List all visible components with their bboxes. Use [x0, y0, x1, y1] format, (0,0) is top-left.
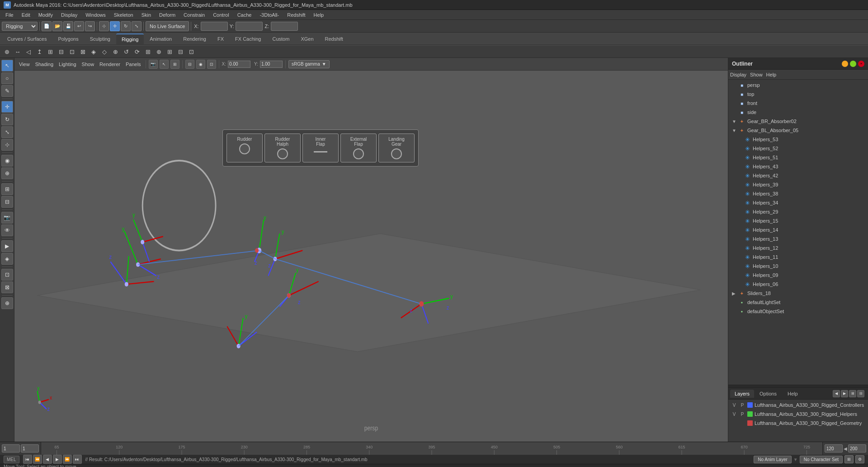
vp-menu-shading[interactable]: Shading — [33, 61, 55, 68]
layer-geometry[interactable]: Lufthansa_Airbus_A330_300_Rigged_Geometr… — [728, 419, 868, 428]
layers-tab-help[interactable]: Help — [784, 390, 802, 398]
outliner-item-helpers-42[interactable]: ✳ Helpers_42 — [728, 171, 868, 180]
vp-texture-btn[interactable]: ⊡ — [207, 60, 216, 69]
outliner-item-sliders-18[interactable]: ▶ + Sliders_18 — [728, 289, 868, 298]
outliner-item-side[interactable]: ■ side — [728, 108, 868, 117]
outliner-item-helpers-53[interactable]: ✳ Helpers_53 — [728, 135, 868, 144]
ipr-btn[interactable]: ◈ — [1, 253, 13, 265]
goto-end-btn[interactable]: ⏭ — [73, 455, 82, 464]
end-frame-input[interactable] — [825, 444, 843, 453]
tab-animation[interactable]: Animation — [144, 33, 177, 44]
shelf-icon-9[interactable]: ◈ — [89, 47, 99, 57]
paint-tool-btn[interactable]: ✎ — [1, 85, 13, 97]
vp-smooth-btn[interactable]: ◉ — [196, 60, 205, 69]
select-tool-btn[interactable]: ↖ — [1, 60, 13, 71]
shelf-icon-5[interactable]: ⊞ — [45, 47, 55, 57]
max-frame-input[interactable] — [848, 444, 866, 453]
script-lang-indicator[interactable]: MEL — [4, 456, 19, 463]
outliner-item-helpers-51[interactable]: ✳ Helpers_51 — [728, 153, 868, 162]
undo-btn[interactable]: ↩ — [74, 21, 84, 31]
outliner-item-helpers-15[interactable]: ✳ Helpers_15 — [728, 216, 868, 225]
layers-prev-btn[interactable]: ◀ — [833, 390, 840, 397]
tab-curves-surfaces[interactable]: Curves / Surfaces — [2, 33, 52, 44]
rotate-tool-btn[interactable]: ↻ — [1, 114, 13, 125]
menu-cache[interactable]: Cache — [234, 11, 255, 19]
menu-skeleton[interactable]: Skeleton — [110, 11, 137, 19]
tab-custom[interactable]: Custom — [267, 33, 295, 44]
ctrl-rudder-knob[interactable] — [239, 143, 250, 154]
outliner-item-helpers-06[interactable]: ✳ Helpers_06 — [728, 280, 868, 289]
shelf-icon-1[interactable]: ⊕ — [2, 47, 12, 57]
layers-next-btn[interactable]: ▶ — [841, 390, 848, 397]
ctrl-inner-flap[interactable]: InnerFlap — [302, 133, 339, 162]
shelf-icon-11[interactable]: ⊕ — [110, 47, 120, 57]
outliner-item-helpers-10[interactable]: ✳ Helpers_10 — [728, 262, 868, 271]
tab-polygons[interactable]: Polygons — [52, 33, 84, 44]
menu-file[interactable]: File — [2, 11, 17, 19]
camera-btn[interactable]: 📷 — [1, 212, 13, 224]
sculpt-btn[interactable]: ⊕ — [1, 167, 13, 179]
layers-collapse-btn[interactable]: ⊟ — [857, 390, 864, 397]
shelf-icon-4[interactable]: ↥ — [34, 47, 44, 57]
ctrl-rudder-halph[interactable]: RudderHalph — [264, 133, 301, 162]
viewport-canvas[interactable]: y z z — [14, 71, 728, 442]
tab-fx-caching[interactable]: FX Caching — [230, 33, 266, 44]
vp-camera-btn[interactable]: 📷 — [149, 60, 158, 69]
shelf-icon-10[interactable]: ◇ — [99, 47, 109, 57]
outliner-content[interactable]: ■ persp ■ top ■ front ■ side ▼ + Gear — [728, 80, 868, 385]
start-frame-input[interactable] — [2, 444, 20, 453]
outliner-menu-show[interactable]: Show — [750, 72, 763, 77]
vp-menu-show[interactable]: Show — [80, 61, 96, 68]
shelf-icon-14[interactable]: ⊞ — [143, 47, 153, 57]
shelf-icon-7[interactable]: ⊡ — [67, 47, 77, 57]
outliner-item-helpers-34[interactable]: ✳ Helpers_34 — [728, 198, 868, 207]
outliner-item-helpers-11[interactable]: ✳ Helpers_11 — [728, 253, 868, 262]
open-btn[interactable]: 📂 — [52, 21, 62, 31]
outliner-item-helpers-14[interactable]: ✳ Helpers_14 — [728, 225, 868, 234]
menu-display[interactable]: Display — [57, 11, 81, 19]
menu-modify[interactable]: Modify — [35, 11, 57, 19]
outliner-item-helpers-52[interactable]: ✳ Helpers_52 — [728, 144, 868, 153]
hypershade-btn[interactable]: ⊠ — [1, 281, 13, 293]
vp-select-btn[interactable]: ↖ — [160, 60, 169, 69]
gamma-selector[interactable]: sRGB gamma ▼ — [288, 60, 330, 68]
current-frame-input[interactable] — [21, 444, 39, 453]
layers-tab-options[interactable]: Options — [755, 390, 781, 398]
tab-rigging[interactable]: Rigging — [116, 33, 144, 44]
outliner-close-btn[interactable]: × — [858, 61, 864, 67]
save-btn[interactable]: 💾 — [63, 21, 73, 31]
vp-y-input[interactable] — [260, 61, 283, 68]
no-live-surface-btn[interactable]: No Live Surface — [146, 21, 189, 31]
vp-wire-btn[interactable]: ⊟ — [185, 60, 194, 69]
outliner-maximize-btn[interactable] — [850, 61, 856, 67]
layer-controllers[interactable]: V P Lufthansa_Airbus_A330_300_Rigged_Con… — [728, 400, 868, 410]
settings-btn[interactable]: ⚙ — [855, 455, 864, 463]
vp-menu-renderer[interactable]: Renderer — [98, 61, 122, 68]
menu-control[interactable]: Control — [209, 11, 232, 19]
outliner-item-front[interactable]: ■ front — [728, 99, 868, 108]
render-btn[interactable]: ▶ — [1, 240, 13, 252]
menu-edit[interactable]: Edit — [18, 11, 34, 19]
redo-btn[interactable]: ↪ — [85, 21, 95, 31]
layers-tab-layers[interactable]: Layers — [730, 390, 754, 398]
ctrl-external-flap[interactable]: ExternalFlap — [340, 133, 377, 162]
menu-constrain[interactable]: Constrain — [180, 11, 208, 19]
scale-tool-btn[interactable]: ⤡ — [1, 126, 13, 138]
shelf-icon-12[interactable]: ↺ — [121, 47, 131, 57]
xgen-btn[interactable]: ⊕ — [1, 297, 13, 309]
outliner-item-helpers-12[interactable]: ✳ Helpers_12 — [728, 243, 868, 253]
vp-snap-btn[interactable]: ⊞ — [170, 60, 179, 69]
rotate-btn[interactable]: ↻ — [121, 21, 131, 31]
shelf-icon-2[interactable]: ↔ — [13, 47, 23, 57]
ctrl-landing-gear[interactable]: LandingGear — [378, 133, 415, 162]
shelf-icon-16[interactable]: ⊞ — [165, 47, 175, 57]
vp-menu-view[interactable]: View — [17, 61, 32, 68]
tab-sculpting[interactable]: Sculpting — [85, 33, 116, 44]
timeline-track[interactable]: 65 120 175 230 285 340 395 450 505 560 — [41, 442, 822, 455]
shelf-icon-13[interactable]: ⟳ — [132, 47, 142, 57]
z-field[interactable] — [271, 22, 298, 31]
select-btn[interactable]: ⊹ — [99, 21, 109, 31]
view-btn[interactable]: 👁 — [1, 224, 13, 236]
menu-deform[interactable]: Deform — [156, 11, 179, 19]
outliner-item-persp[interactable]: ■ persp — [728, 81, 868, 90]
